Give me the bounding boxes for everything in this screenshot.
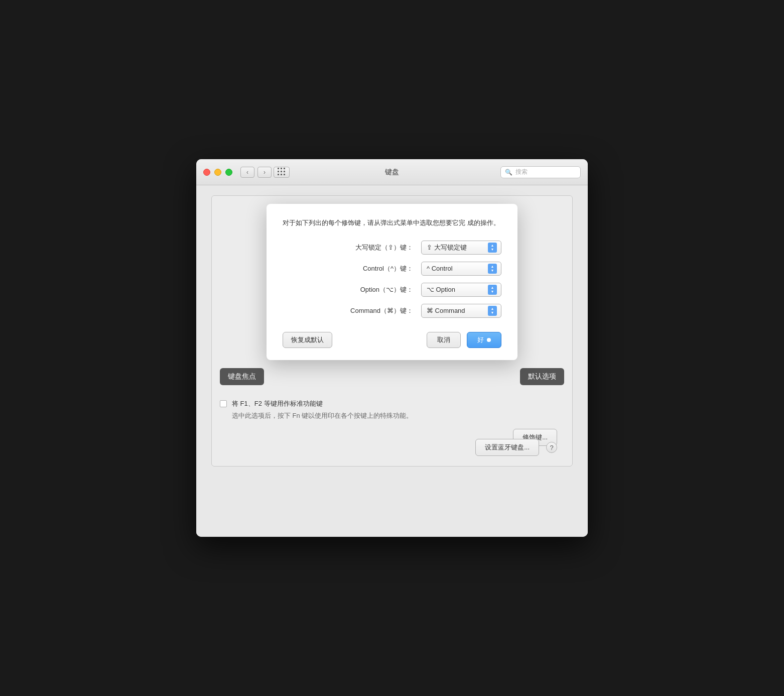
keyboard-focus-label: 键盘焦点 bbox=[220, 368, 264, 385]
arrow-down-icon: ▼ bbox=[491, 290, 494, 293]
option-row: Option（⌥）键： ⌥ Option ▲ ▼ bbox=[283, 283, 501, 297]
modifier-rows: 大写锁定（⇪）键： ⇪ 大写锁定键 ▲ ▼ Control（^）键： bbox=[283, 241, 501, 318]
arrow-down-icon: ▼ bbox=[491, 269, 494, 272]
option-value: ⌥ Option bbox=[427, 286, 488, 293]
command-select[interactable]: ⌘ Command ▲ ▼ bbox=[421, 304, 501, 318]
maximize-button[interactable] bbox=[225, 169, 232, 176]
caps-lock-row: 大写锁定（⇪）键： ⇪ 大写锁定键 ▲ ▼ bbox=[283, 241, 501, 255]
dialog-buttons: 恢复成默认 取消 好 bbox=[283, 332, 501, 348]
cancel-button[interactable]: 取消 bbox=[427, 332, 461, 348]
ok-label: 好 bbox=[477, 335, 484, 344]
control-value: ^ Control bbox=[427, 265, 488, 272]
arrow-down-icon: ▼ bbox=[491, 311, 494, 314]
option-select[interactable]: ⌥ Option ▲ ▼ bbox=[421, 283, 501, 297]
checkbox-section: 将 F1、F2 等键用作标准功能键 选中此选项后，按下 Fn 键以使用印在各个按… bbox=[220, 399, 564, 420]
default-options-label: 默认选项 bbox=[520, 368, 564, 385]
modifier-keys-dialog: 对于如下列出的每个修饰键，请从弹出式菜单中选取您想要它完 成的操作。 大写锁定（… bbox=[267, 204, 517, 360]
control-arrows: ▲ ▼ bbox=[488, 264, 497, 274]
window: ‹ › 键盘 🔍 搜索 对于如下列出的每个修饰键，请从弹出式菜单中选取您想要它完… bbox=[196, 159, 588, 537]
nav-buttons: ‹ › bbox=[240, 167, 272, 178]
dialog-description: 对于如下列出的每个修饰键，请从弹出式菜单中选取您想要它完 成的操作。 bbox=[283, 218, 501, 228]
ok-button[interactable]: 好 bbox=[467, 332, 501, 348]
bluetooth-keyboard-button[interactable]: 设置蓝牙键盘... bbox=[475, 439, 539, 456]
search-icon: 🔍 bbox=[505, 169, 512, 176]
main-panel: 对于如下列出的每个修饰键，请从弹出式菜单中选取您想要它完 成的操作。 大写锁定（… bbox=[211, 195, 573, 467]
search-placeholder: 搜索 bbox=[515, 168, 528, 176]
bottom-label-bands: 键盘焦点 默认选项 bbox=[220, 368, 564, 385]
control-label: Control（^）键： bbox=[363, 264, 413, 273]
back-button[interactable]: ‹ bbox=[240, 167, 254, 178]
caps-lock-value: ⇪ 大写锁定键 bbox=[427, 243, 488, 252]
command-arrows: ▲ ▼ bbox=[488, 306, 497, 316]
titlebar: ‹ › 键盘 🔍 搜索 bbox=[196, 159, 588, 185]
arrow-up-icon: ▲ bbox=[491, 265, 494, 268]
grid-icon bbox=[278, 168, 286, 176]
window-title: 键盘 bbox=[385, 168, 399, 177]
traffic-lights bbox=[203, 169, 232, 176]
arrow-down-icon: ▼ bbox=[491, 248, 494, 251]
caps-lock-arrows: ▲ ▼ bbox=[488, 243, 497, 253]
control-row: Control（^）键： ^ Control ▲ ▼ bbox=[283, 262, 501, 276]
bottom-footer: 设置蓝牙键盘... ? bbox=[475, 439, 557, 456]
grid-view-button[interactable] bbox=[274, 167, 290, 178]
option-label: Option（⌥）键： bbox=[360, 285, 413, 294]
search-box[interactable]: 🔍 搜索 bbox=[500, 166, 581, 178]
restore-defaults-button[interactable]: 恢复成默认 bbox=[283, 332, 332, 348]
minimize-button[interactable] bbox=[214, 169, 221, 176]
arrow-up-icon: ▲ bbox=[491, 244, 494, 247]
control-select[interactable]: ^ Control ▲ ▼ bbox=[421, 262, 501, 276]
fn-keys-description: 选中此选项后，按下 Fn 键以使用印在各个按键上的特殊功能。 bbox=[232, 411, 564, 420]
command-value: ⌘ Command bbox=[427, 307, 488, 314]
command-row: Command（⌘）键： ⌘ Command ▲ ▼ bbox=[283, 304, 501, 318]
arrow-up-icon: ▲ bbox=[491, 286, 494, 289]
fn-keys-checkbox-row[interactable]: 将 F1、F2 等键用作标准功能键 bbox=[220, 399, 564, 408]
ok-cancel-group: 取消 好 bbox=[427, 332, 501, 348]
option-arrows: ▲ ▼ bbox=[488, 285, 497, 295]
forward-button[interactable]: › bbox=[257, 167, 272, 178]
ok-dot-icon bbox=[487, 338, 491, 342]
caps-lock-label: 大写锁定（⇪）键： bbox=[355, 243, 413, 252]
close-button[interactable] bbox=[203, 169, 210, 176]
fn-keys-label: 将 F1、F2 等键用作标准功能键 bbox=[232, 399, 323, 408]
arrow-up-icon: ▲ bbox=[491, 307, 494, 310]
main-content: 对于如下列出的每个修饰键，请从弹出式菜单中选取您想要它完 成的操作。 大写锁定（… bbox=[196, 185, 588, 537]
command-label: Command（⌘）键： bbox=[350, 306, 413, 315]
caps-lock-select[interactable]: ⇪ 大写锁定键 ▲ ▼ bbox=[421, 241, 501, 255]
help-button[interactable]: ? bbox=[546, 442, 557, 453]
fn-keys-checkbox[interactable] bbox=[220, 400, 227, 407]
